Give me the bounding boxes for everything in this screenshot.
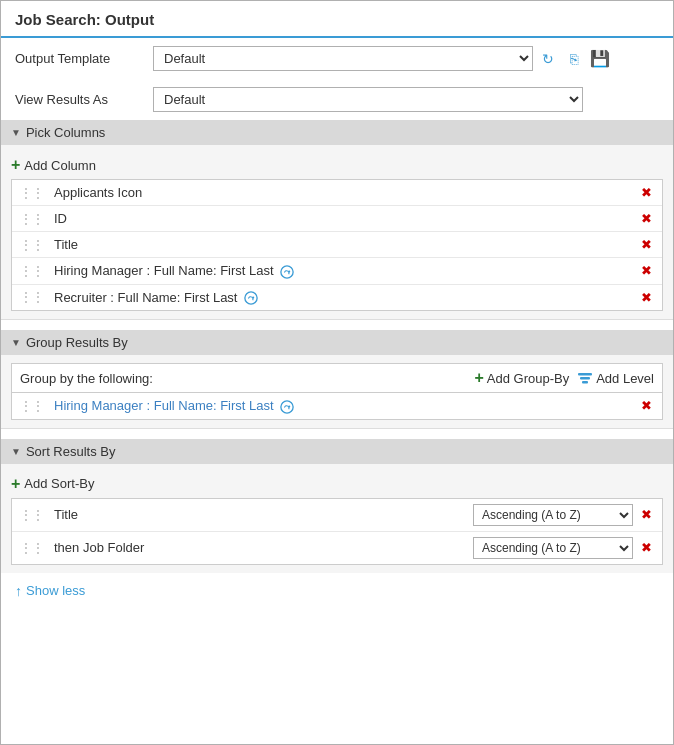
- remove-column-button[interactable]: ✖: [639, 238, 654, 251]
- column-name: Hiring Manager : Full Name: First Last: [54, 263, 633, 279]
- add-level-label: Add Level: [596, 371, 654, 386]
- add-group-label: Add Group-By: [487, 371, 569, 386]
- group-results-header[interactable]: ▼ Group Results By: [1, 330, 673, 355]
- table-row: ⋮⋮ Hiring Manager : Full Name: First Las…: [12, 258, 662, 285]
- link-icon[interactable]: [280, 400, 294, 414]
- column-name: Title: [54, 237, 633, 252]
- pick-columns-body: + Add Column ⋮⋮ Applicants Icon ✖ ⋮⋮ ID …: [1, 145, 673, 320]
- add-column-plus-icon: +: [11, 157, 20, 173]
- remove-sort-button[interactable]: ✖: [639, 541, 654, 554]
- pick-columns-arrow: ▼: [11, 127, 21, 138]
- remove-column-button[interactable]: ✖: [639, 264, 654, 277]
- group-results-title: Group Results By: [26, 335, 128, 350]
- table-row: ⋮⋮ Applicants Icon ✖: [12, 180, 662, 206]
- drag-handle-icon[interactable]: ⋮⋮: [20, 508, 44, 522]
- group-results-arrow: ▼: [11, 337, 21, 348]
- svg-rect-5: [580, 377, 590, 380]
- svg-point-8: [288, 405, 290, 407]
- sort-column-name: then Job Folder: [54, 540, 467, 555]
- group-by-header-row: Group by the following: + Add Group-By A…: [11, 363, 663, 392]
- column-list: ⋮⋮ Applicants Icon ✖ ⋮⋮ ID ✖ ⋮⋮ Title ✖ …: [11, 179, 663, 311]
- sort-results-title: Sort Results By: [26, 444, 116, 459]
- column-name: ID: [54, 211, 633, 226]
- svg-point-3: [252, 297, 254, 299]
- sort-results-header[interactable]: ▼ Sort Results By: [1, 439, 673, 464]
- view-results-select[interactable]: Default: [153, 87, 583, 112]
- pick-columns-header[interactable]: ▼ Pick Columns: [1, 120, 673, 145]
- drag-handle-icon[interactable]: ⋮⋮: [20, 399, 44, 413]
- refresh-button[interactable]: ↻: [537, 48, 559, 70]
- add-column-button[interactable]: + Add Column: [11, 153, 663, 179]
- save-button[interactable]: 💾: [589, 48, 611, 70]
- drag-handle-icon[interactable]: ⋮⋮: [20, 212, 44, 226]
- group-column-name: Hiring Manager : Full Name: First Last: [54, 398, 633, 414]
- add-level-button[interactable]: Add Level: [577, 370, 654, 386]
- svg-rect-4: [578, 373, 592, 376]
- sort-row: ⋮⋮ Title Ascending (A to Z) Descending (…: [12, 499, 662, 532]
- drag-handle-icon[interactable]: ⋮⋮: [20, 290, 44, 304]
- svg-point-7: [281, 401, 293, 413]
- page-title: Job Search: Output: [1, 1, 673, 38]
- drag-handle-icon[interactable]: ⋮⋮: [20, 186, 44, 200]
- save-icon: 💾: [590, 49, 610, 68]
- sort-results-body: + Add Sort-By ⋮⋮ Title Ascending (A to Z…: [1, 464, 673, 573]
- column-name: Recruiter : Full Name: First Last: [54, 290, 633, 306]
- pick-columns-title: Pick Columns: [26, 125, 105, 140]
- main-container: Job Search: Output Output Template Defau…: [0, 0, 674, 745]
- group-buttons: + Add Group-By Add Level: [474, 370, 654, 386]
- section-gap-2: [1, 429, 673, 439]
- arrow-up-icon: ↑: [15, 583, 22, 599]
- sort-order-select[interactable]: Ascending (A to Z) Descending (Z to A): [473, 504, 633, 526]
- remove-column-button[interactable]: ✖: [639, 186, 654, 199]
- output-template-select[interactable]: Default: [153, 46, 533, 71]
- sort-results-arrow: ▼: [11, 446, 21, 457]
- sort-list: ⋮⋮ Title Ascending (A to Z) Descending (…: [11, 498, 663, 565]
- view-results-controls: Default: [153, 87, 659, 112]
- output-template-label: Output Template: [15, 51, 145, 66]
- output-template-row: Output Template Default ↻ ⎘ 💾: [1, 38, 673, 79]
- add-column-label: Add Column: [24, 158, 96, 173]
- view-results-row: View Results As Default: [1, 79, 673, 120]
- add-level-icon: [577, 370, 593, 386]
- svg-point-1: [288, 270, 290, 272]
- table-row: ⋮⋮ Title ✖: [12, 232, 662, 258]
- copy-icon: ⎘: [570, 51, 578, 67]
- view-results-label: View Results As: [15, 92, 145, 107]
- remove-column-button[interactable]: ✖: [639, 212, 654, 225]
- drag-handle-icon[interactable]: ⋮⋮: [20, 541, 44, 555]
- remove-column-button[interactable]: ✖: [639, 291, 654, 304]
- svg-point-0: [281, 265, 293, 277]
- group-results-body: Group by the following: + Add Group-By A…: [1, 355, 673, 429]
- svg-point-2: [245, 292, 257, 304]
- add-sort-plus-icon: +: [11, 476, 20, 492]
- show-less-link[interactable]: ↑ Show less: [1, 573, 673, 609]
- sort-column-name: Title: [54, 507, 467, 522]
- show-less-label: Show less: [26, 583, 85, 598]
- refresh-icon: ↻: [542, 51, 554, 67]
- drag-handle-icon[interactable]: ⋮⋮: [20, 238, 44, 252]
- table-row: ⋮⋮ ID ✖: [12, 206, 662, 232]
- copy-button[interactable]: ⎘: [563, 48, 585, 70]
- add-sort-label: Add Sort-By: [24, 476, 94, 491]
- sort-order-select[interactable]: Ascending (A to Z) Descending (Z to A): [473, 537, 633, 559]
- section-gap-1: [1, 320, 673, 330]
- svg-rect-6: [582, 381, 588, 384]
- add-group-by-button[interactable]: + Add Group-By: [474, 370, 569, 386]
- column-name: Applicants Icon: [54, 185, 633, 200]
- table-row: ⋮⋮ Recruiter : Full Name: First Last ✖: [12, 285, 662, 311]
- add-group-plus-icon: +: [474, 370, 483, 386]
- output-template-controls: Default ↻ ⎘ 💾: [153, 46, 659, 71]
- link-icon[interactable]: [280, 265, 294, 279]
- remove-group-button[interactable]: ✖: [639, 399, 654, 412]
- group-column-row: ⋮⋮ Hiring Manager : Full Name: First Las…: [11, 392, 663, 420]
- sort-row: ⋮⋮ then Job Folder Ascending (A to Z) De…: [12, 532, 662, 564]
- add-sort-button[interactable]: + Add Sort-By: [11, 472, 663, 498]
- drag-handle-icon[interactable]: ⋮⋮: [20, 264, 44, 278]
- group-by-label: Group by the following:: [20, 371, 153, 386]
- link-icon[interactable]: [244, 291, 258, 305]
- remove-sort-button[interactable]: ✖: [639, 508, 654, 521]
